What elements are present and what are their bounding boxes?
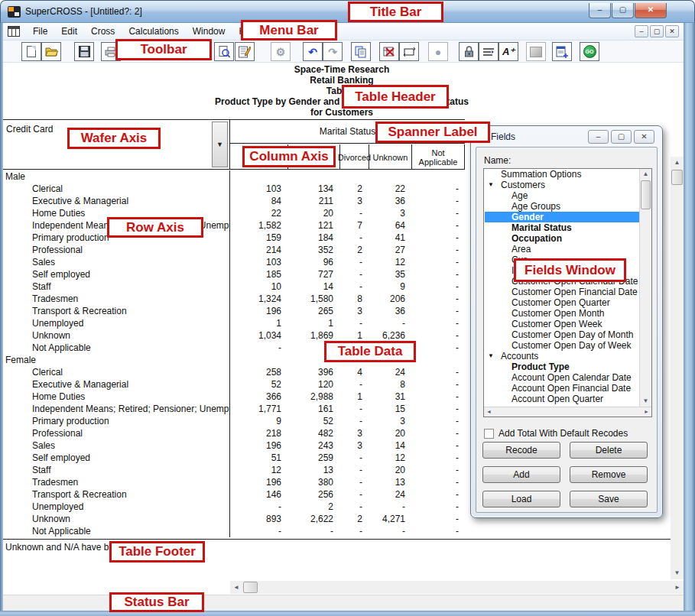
row-label[interactable]: Tradesmen [3,293,230,305]
row-label[interactable]: Female [3,354,230,366]
new-table-button[interactable] [21,42,41,61]
fields-close-button[interactable]: ✕ [634,130,654,144]
derivations-gears-icon-button[interactable]: ⚙ [271,42,291,61]
row-label[interactable]: Professional [3,427,230,439]
close-button[interactable]: ✕ [635,3,667,18]
fields-list-item[interactable]: Customer Open Financial Date [485,287,639,297]
row-label[interactable]: Transport & Recreation [3,305,230,317]
child-minimize-button[interactable]: – [635,25,648,37]
child-close-button[interactable]: ✕ [665,25,679,37]
child-restore-button[interactable]: ▢ [650,25,664,37]
row-label[interactable]: Staff [3,280,230,293]
wafer-dropdown-button[interactable]: ▼ [212,122,228,167]
fields-list-item[interactable]: ▼Customers [485,180,639,190]
fields-scroll-thumb[interactable] [641,180,651,209]
map-disabled-icon-button[interactable] [526,42,546,61]
row-label[interactable]: Executive & Managerial [3,195,230,207]
stop-retrieval-icon-button[interactable]: ● [428,42,448,61]
menu-edit[interactable]: Edit [54,24,84,39]
print-preview-button[interactable] [214,42,234,61]
vertical-scrollbar[interactable]: ▲ ▼ [671,157,684,579]
scroll-down-icon[interactable]: ▼ [640,396,651,407]
fields-list-item[interactable]: Customer Open Month [485,308,639,319]
scroll-up-icon[interactable]: ▲ [671,157,684,169]
field-options-button[interactable] [479,42,499,61]
fields-list-item[interactable]: Gender [485,212,639,222]
row-label[interactable]: Executive & Managerial [3,378,230,391]
fields-list-hscroll[interactable]: ◄ ► [484,407,651,417]
fields-list-item[interactable]: Age Groups [485,201,639,212]
row-label[interactable]: Self employed [3,452,230,464]
lock-button[interactable] [459,42,479,61]
delete-button[interactable]: Delete [570,442,648,459]
fields-list-item[interactable]: Customer Open Week [485,319,639,329]
scroll-right-icon[interactable]: ► [671,581,684,594]
row-label[interactable]: Unknown [3,513,230,525]
menu-window[interactable]: Window [186,24,232,39]
delete-table-button[interactable] [379,42,399,61]
fields-list-item[interactable]: Customer Open Day of Month [485,329,639,340]
fields-list-item[interactable]: Customer Open Day of Week [485,340,639,351]
row-label[interactable]: Sales [3,439,230,452]
row-label[interactable]: Primary production [3,415,230,427]
horizontal-scrollbar[interactable]: ◄ ► [230,581,684,594]
fields-list-item[interactable]: ▼Accounts [485,351,639,361]
recode-button[interactable]: Recode [482,442,560,459]
scroll-up-icon[interactable]: ▲ [640,169,651,180]
menu-cross[interactable]: Cross [84,24,122,39]
save-button[interactable]: Save [570,491,648,507]
horizontal-scroll-thumb[interactable] [243,582,258,593]
row-label[interactable]: Unemployed [3,317,230,329]
row-label[interactable]: Not Applicable [3,342,230,354]
fields-list-item[interactable]: Customer Open Quarter [485,297,639,308]
row-label[interactable]: Male [3,170,230,183]
fields-list-vscroll[interactable]: ▲ ▼ [639,169,651,407]
load-button[interactable]: Load [482,491,560,507]
add-button[interactable]: Add [482,466,560,483]
vertical-scroll-thumb[interactable] [671,170,683,185]
fields-list-item[interactable]: Area [485,244,639,255]
font-increase-button[interactable]: A⁺ [499,42,518,61]
row-label[interactable]: Unknown [3,329,230,342]
column-header[interactable]: Divorced [339,144,369,170]
fields-minimize-button[interactable]: – [588,130,609,144]
row-label[interactable]: Transport & Recreation [3,488,230,501]
row-label[interactable]: Professional [3,244,230,256]
open-button[interactable] [41,42,61,61]
row-label[interactable]: Clerical [3,183,230,195]
menu-calculations[interactable]: Calculations [122,24,185,39]
fields-list-item[interactable]: Account Open Financial Date [485,383,639,394]
row-label[interactable]: Sales [3,256,230,268]
row-label[interactable]: Not Applicable [3,525,230,537]
save-button[interactable] [74,42,94,61]
scroll-right-icon[interactable]: ► [641,407,651,417]
copy-button[interactable] [351,42,371,61]
row-label[interactable]: Self employed [3,268,230,280]
column-header[interactable]: Unknown [369,144,411,170]
row-label[interactable]: Home Duties [3,391,230,403]
remove-button[interactable]: Remove [570,466,648,483]
row-label[interactable]: Clerical [3,366,230,378]
row-label[interactable]: Tradesmen [3,476,230,488]
fields-list-item[interactable]: Account Open Quarter [485,394,639,404]
row-label[interactable]: Staff [3,464,230,476]
menu-file[interactable]: File [26,24,54,39]
edit-table-button[interactable] [235,42,255,61]
row-label[interactable]: Independent Means; Retired; Pensioner; U… [3,403,230,415]
maximize-button[interactable]: ▢ [612,3,634,18]
fields-list-item[interactable]: Account Open Calendar Date [485,372,639,383]
fields-list-item[interactable]: Summation Options [485,169,639,180]
fields-list-item[interactable]: Product Type [485,361,639,372]
fields-list-item[interactable]: Account Open Month [485,404,639,406]
column-header[interactable]: Not Applicable [411,144,465,170]
scroll-left-icon[interactable]: ◄ [484,407,494,417]
add-total-checkbox[interactable] [484,429,494,439]
scroll-down-icon[interactable]: ▼ [671,567,684,579]
child-window-icon[interactable] [8,26,20,37]
fields-list-item[interactable]: Occupation [485,233,639,244]
transpose-button[interactable] [399,42,419,61]
fields-list-item[interactable]: Marital Status [485,222,639,233]
wafer-label[interactable]: Credit Card [6,124,53,135]
add-annotation-button[interactable] [552,42,572,61]
row-label[interactable]: Unemployed [3,501,230,513]
